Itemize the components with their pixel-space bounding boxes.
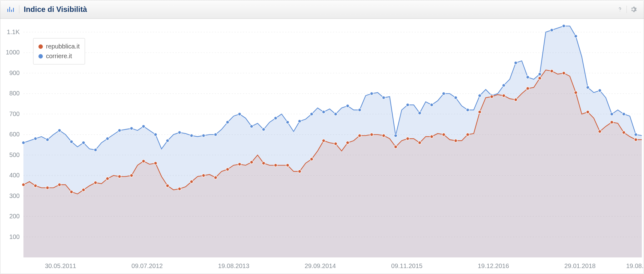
svg-point-65: [478, 94, 481, 97]
svg-text:700: 700: [9, 110, 20, 117]
svg-point-109: [382, 134, 385, 137]
svg-text:400: 400: [9, 172, 20, 179]
svg-point-78: [634, 133, 637, 136]
help-button[interactable]: [615, 5, 625, 14]
svg-text:200: 200: [9, 213, 20, 220]
svg-point-84: [82, 188, 85, 191]
svg-point-92: [178, 187, 181, 190]
svg-point-27: [22, 141, 25, 144]
svg-point-106: [346, 141, 349, 144]
svg-point-82: [58, 183, 61, 186]
svg-point-119: [502, 94, 505, 97]
svg-point-4: [620, 11, 620, 12]
svg-point-36: [130, 127, 133, 130]
svg-point-125: [574, 91, 577, 94]
svg-text:29.01.2018: 29.01.2018: [564, 262, 596, 269]
svg-point-108: [370, 133, 373, 136]
svg-point-57: [382, 96, 385, 99]
svg-point-83: [70, 190, 73, 193]
svg-point-64: [466, 109, 469, 112]
svg-point-76: [610, 113, 613, 116]
svg-point-86: [106, 177, 109, 180]
svg-point-80: [34, 184, 37, 187]
svg-point-107: [358, 134, 361, 137]
chart-area: repubblica.it corriere.it 10020030040050…: [0, 19, 644, 274]
svg-point-91: [166, 184, 169, 187]
svg-point-52: [322, 110, 325, 114]
svg-point-46: [250, 125, 253, 128]
svg-point-43: [214, 133, 217, 136]
svg-point-42: [202, 134, 205, 137]
svg-point-72: [562, 24, 565, 28]
svg-point-75: [598, 89, 601, 92]
svg-point-35: [118, 129, 121, 132]
svg-point-100: [274, 164, 277, 167]
svg-text:300: 300: [9, 192, 20, 199]
svg-text:09.11.2015: 09.11.2015: [391, 262, 422, 269]
visibility-index-widget: Indice di Visibilità repubblica.it corri…: [0, 0, 644, 274]
svg-point-105: [334, 142, 337, 145]
svg-text:29.09.2014: 29.09.2014: [304, 262, 336, 269]
svg-point-116: [466, 133, 469, 136]
svg-point-71: [550, 28, 553, 32]
svg-point-130: [634, 138, 637, 141]
svg-point-87: [118, 175, 121, 178]
svg-point-129: [622, 131, 625, 134]
svg-point-126: [586, 110, 589, 114]
svg-point-70: [538, 73, 541, 76]
svg-text:19.08.2019: 19.08.2019: [626, 262, 644, 269]
svg-point-94: [202, 174, 205, 177]
settings-button[interactable]: [629, 5, 638, 14]
legend[interactable]: repubblica.it corriere.it: [33, 38, 85, 64]
legend-label: corriere.it: [46, 53, 72, 60]
header-action-divider: [626, 6, 627, 13]
svg-point-121: [526, 87, 529, 90]
svg-point-111: [406, 137, 409, 140]
svg-point-118: [490, 95, 493, 98]
svg-point-47: [262, 128, 265, 131]
svg-text:19.08.2013: 19.08.2013: [218, 262, 249, 269]
svg-point-45: [238, 113, 241, 116]
svg-point-54: [346, 104, 349, 107]
svg-point-97: [238, 163, 241, 166]
svg-text:1000: 1000: [6, 49, 20, 56]
svg-point-40: [178, 131, 181, 134]
widget-title: Indice di Visibilità: [24, 5, 615, 14]
svg-point-73: [574, 35, 577, 38]
svg-text:500: 500: [9, 151, 20, 158]
svg-point-51: [310, 113, 313, 116]
svg-point-79: [22, 183, 25, 186]
legend-item-repubblica[interactable]: repubblica.it: [38, 42, 80, 51]
bar-chart-icon: [6, 5, 15, 14]
svg-point-112: [418, 141, 421, 144]
svg-point-102: [298, 170, 301, 173]
svg-point-115: [454, 139, 457, 142]
svg-point-59: [406, 103, 409, 106]
svg-point-50: [298, 120, 301, 123]
svg-point-89: [142, 160, 145, 163]
svg-point-88: [130, 174, 133, 177]
svg-point-124: [562, 72, 565, 75]
svg-point-29: [46, 138, 49, 141]
header-divider: [19, 5, 19, 13]
svg-point-99: [262, 162, 265, 165]
svg-point-55: [358, 109, 361, 112]
svg-point-56: [370, 92, 373, 95]
widget-header: Indice di Visibilità: [0, 0, 644, 19]
svg-point-61: [430, 103, 433, 106]
svg-point-39: [166, 139, 169, 142]
svg-text:1.1K: 1.1K: [7, 28, 20, 35]
svg-point-53: [334, 113, 337, 116]
svg-point-48: [274, 117, 277, 120]
svg-point-60: [418, 111, 421, 114]
svg-point-74: [586, 86, 589, 89]
svg-point-30: [58, 129, 61, 132]
svg-point-120: [514, 98, 517, 101]
svg-point-122: [538, 77, 541, 80]
legend-dot-icon: [38, 54, 43, 58]
legend-item-corriere[interactable]: corriere.it: [38, 51, 80, 61]
svg-point-31: [70, 140, 73, 143]
svg-point-37: [142, 125, 145, 128]
svg-text:09.07.2012: 09.07.2012: [132, 262, 163, 269]
legend-label: repubblica.it: [46, 43, 80, 50]
